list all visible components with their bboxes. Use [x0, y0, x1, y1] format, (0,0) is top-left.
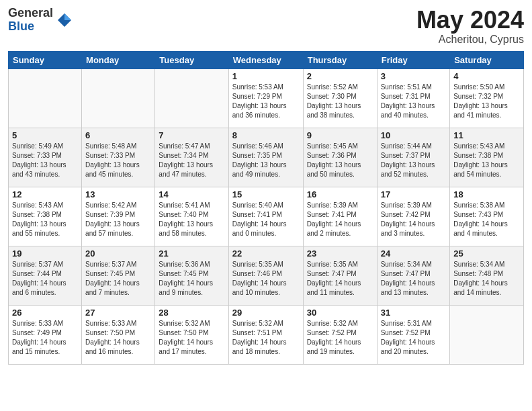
- day-number: 14: [159, 189, 224, 199]
- day-info: Sunrise: 5:32 AM Sunset: 7:52 PM Dayligh…: [307, 319, 373, 357]
- day-info: Sunrise: 5:33 AM Sunset: 7:49 PM Dayligh…: [12, 319, 78, 357]
- day-info: Sunrise: 5:45 AM Sunset: 7:36 PM Dayligh…: [307, 142, 373, 179]
- table-row: 13Sunrise: 5:42 AM Sunset: 7:39 PM Dayli…: [82, 187, 155, 246]
- day-number: 17: [381, 189, 447, 199]
- day-info: Sunrise: 5:50 AM Sunset: 7:32 PM Dayligh…: [453, 83, 520, 120]
- table-row: 22Sunrise: 5:35 AM Sunset: 7:46 PM Dayli…: [228, 246, 303, 305]
- table-row: 8Sunrise: 5:46 AM Sunset: 7:35 PM Daylig…: [228, 128, 303, 187]
- day-number: 18: [453, 189, 520, 199]
- day-number: 16: [307, 189, 373, 199]
- header-wednesday: Wednesday: [228, 51, 303, 68]
- day-info: Sunrise: 5:43 AM Sunset: 7:38 PM Dayligh…: [453, 142, 520, 179]
- day-number: 30: [307, 308, 373, 318]
- day-info: Sunrise: 5:35 AM Sunset: 7:46 PM Dayligh…: [232, 260, 300, 298]
- day-info: Sunrise: 5:34 AM Sunset: 7:47 PM Dayligh…: [381, 260, 447, 298]
- table-row: 28Sunrise: 5:32 AM Sunset: 7:50 PM Dayli…: [155, 305, 228, 364]
- table-row: 15Sunrise: 5:40 AM Sunset: 7:41 PM Dayli…: [228, 187, 303, 246]
- day-info: Sunrise: 5:33 AM Sunset: 7:50 PM Dayligh…: [85, 319, 151, 357]
- day-number: 11: [453, 130, 520, 140]
- day-info: Sunrise: 5:34 AM Sunset: 7:48 PM Dayligh…: [453, 260, 520, 298]
- day-info: Sunrise: 5:32 AM Sunset: 7:51 PM Dayligh…: [232, 319, 300, 357]
- calendar-week-2: 5Sunrise: 5:49 AM Sunset: 7:33 PM Daylig…: [9, 128, 524, 187]
- main-container: General Blue May 2024 Acheritou, Cyprus …: [0, 0, 532, 371]
- day-number: 22: [232, 248, 300, 259]
- month-year: May 2024: [416, 7, 524, 34]
- table-row: 19Sunrise: 5:37 AM Sunset: 7:44 PM Dayli…: [9, 246, 82, 305]
- location: Acheritou, Cyprus: [416, 34, 524, 46]
- table-row: 11Sunrise: 5:43 AM Sunset: 7:38 PM Dayli…: [450, 128, 524, 187]
- table-row: 12Sunrise: 5:43 AM Sunset: 7:38 PM Dayli…: [9, 187, 82, 246]
- day-number: 13: [85, 189, 151, 199]
- title-block: May 2024 Acheritou, Cyprus: [416, 7, 524, 46]
- table-row: 9Sunrise: 5:45 AM Sunset: 7:36 PM Daylig…: [303, 128, 377, 187]
- table-row: 31Sunrise: 5:31 AM Sunset: 7:52 PM Dayli…: [377, 305, 450, 364]
- header-tuesday: Tuesday: [155, 51, 228, 68]
- table-row: 24Sunrise: 5:34 AM Sunset: 7:47 PM Dayli…: [377, 246, 450, 305]
- table-row: 23Sunrise: 5:35 AM Sunset: 7:47 PM Dayli…: [303, 246, 377, 305]
- day-info: Sunrise: 5:31 AM Sunset: 7:52 PM Dayligh…: [381, 319, 447, 357]
- day-number: 12: [12, 189, 78, 199]
- calendar-table: Sunday Monday Tuesday Wednesday Thursday…: [8, 51, 524, 365]
- table-row: 27Sunrise: 5:33 AM Sunset: 7:50 PM Dayli…: [82, 305, 155, 364]
- day-number: 21: [159, 248, 224, 259]
- logo: General Blue: [8, 7, 74, 34]
- table-row: 5Sunrise: 5:49 AM Sunset: 7:33 PM Daylig…: [9, 128, 82, 187]
- table-row: 18Sunrise: 5:38 AM Sunset: 7:43 PM Dayli…: [450, 187, 524, 246]
- header-monday: Monday: [82, 51, 155, 68]
- day-number: 19: [12, 248, 78, 259]
- table-row: 14Sunrise: 5:41 AM Sunset: 7:40 PM Dayli…: [155, 187, 228, 246]
- day-number: 29: [232, 308, 300, 318]
- day-info: Sunrise: 5:53 AM Sunset: 7:29 PM Dayligh…: [232, 83, 300, 120]
- calendar-week-3: 12Sunrise: 5:43 AM Sunset: 7:38 PM Dayli…: [9, 187, 524, 246]
- day-number: 5: [12, 130, 78, 140]
- calendar-week-1: 1Sunrise: 5:53 AM Sunset: 7:29 PM Daylig…: [9, 68, 524, 128]
- table-row: 26Sunrise: 5:33 AM Sunset: 7:49 PM Dayli…: [9, 305, 82, 364]
- table-row: 20Sunrise: 5:37 AM Sunset: 7:45 PM Dayli…: [82, 246, 155, 305]
- day-info: Sunrise: 5:49 AM Sunset: 7:33 PM Dayligh…: [12, 142, 78, 179]
- day-info: Sunrise: 5:40 AM Sunset: 7:41 PM Dayligh…: [232, 201, 300, 238]
- table-row: 7Sunrise: 5:47 AM Sunset: 7:34 PM Daylig…: [155, 128, 228, 187]
- day-number: 1: [232, 71, 300, 81]
- day-number: 9: [307, 130, 373, 140]
- calendar-week-5: 26Sunrise: 5:33 AM Sunset: 7:49 PM Dayli…: [9, 305, 524, 364]
- logo-text: General Blue: [8, 7, 53, 34]
- day-number: 7: [159, 130, 224, 140]
- day-info: Sunrise: 5:36 AM Sunset: 7:45 PM Dayligh…: [159, 260, 224, 298]
- table-row: 10Sunrise: 5:44 AM Sunset: 7:37 PM Dayli…: [377, 128, 450, 187]
- day-number: 23: [307, 248, 373, 259]
- day-info: Sunrise: 5:43 AM Sunset: 7:38 PM Dayligh…: [12, 201, 78, 238]
- table-row: 6Sunrise: 5:48 AM Sunset: 7:33 PM Daylig…: [82, 128, 155, 187]
- table-row: 2Sunrise: 5:52 AM Sunset: 7:30 PM Daylig…: [303, 68, 377, 128]
- page-header: General Blue May 2024 Acheritou, Cyprus: [8, 7, 524, 46]
- day-info: Sunrise: 5:39 AM Sunset: 7:42 PM Dayligh…: [381, 201, 447, 238]
- day-info: Sunrise: 5:35 AM Sunset: 7:47 PM Dayligh…: [307, 260, 373, 298]
- header-saturday: Saturday: [450, 51, 524, 68]
- table-row: 17Sunrise: 5:39 AM Sunset: 7:42 PM Dayli…: [377, 187, 450, 246]
- table-row: [155, 68, 228, 128]
- day-number: 15: [232, 189, 300, 199]
- table-row: 16Sunrise: 5:39 AM Sunset: 7:41 PM Dayli…: [303, 187, 377, 246]
- day-info: Sunrise: 5:51 AM Sunset: 7:31 PM Dayligh…: [381, 83, 447, 120]
- day-number: 24: [381, 248, 447, 259]
- day-info: Sunrise: 5:37 AM Sunset: 7:45 PM Dayligh…: [85, 260, 151, 298]
- day-number: 6: [85, 130, 151, 140]
- table-row: 4Sunrise: 5:50 AM Sunset: 7:32 PM Daylig…: [450, 68, 524, 128]
- day-info: Sunrise: 5:47 AM Sunset: 7:34 PM Dayligh…: [159, 142, 224, 179]
- table-row: 30Sunrise: 5:32 AM Sunset: 7:52 PM Dayli…: [303, 305, 377, 364]
- day-number: 20: [85, 248, 151, 259]
- table-row: 25Sunrise: 5:34 AM Sunset: 7:48 PM Dayli…: [450, 246, 524, 305]
- logo-icon: [55, 11, 74, 30]
- day-info: Sunrise: 5:42 AM Sunset: 7:39 PM Dayligh…: [85, 201, 151, 238]
- header-sunday: Sunday: [9, 51, 82, 68]
- day-number: 2: [307, 71, 373, 81]
- table-row: 21Sunrise: 5:36 AM Sunset: 7:45 PM Dayli…: [155, 246, 228, 305]
- header-thursday: Thursday: [303, 51, 377, 68]
- table-row: [450, 305, 524, 364]
- header-friday: Friday: [377, 51, 450, 68]
- day-number: 26: [12, 308, 78, 318]
- day-number: 4: [453, 71, 520, 81]
- day-info: Sunrise: 5:39 AM Sunset: 7:41 PM Dayligh…: [307, 201, 373, 238]
- day-number: 28: [159, 308, 224, 318]
- day-number: 27: [85, 308, 151, 318]
- day-info: Sunrise: 5:38 AM Sunset: 7:43 PM Dayligh…: [453, 201, 520, 238]
